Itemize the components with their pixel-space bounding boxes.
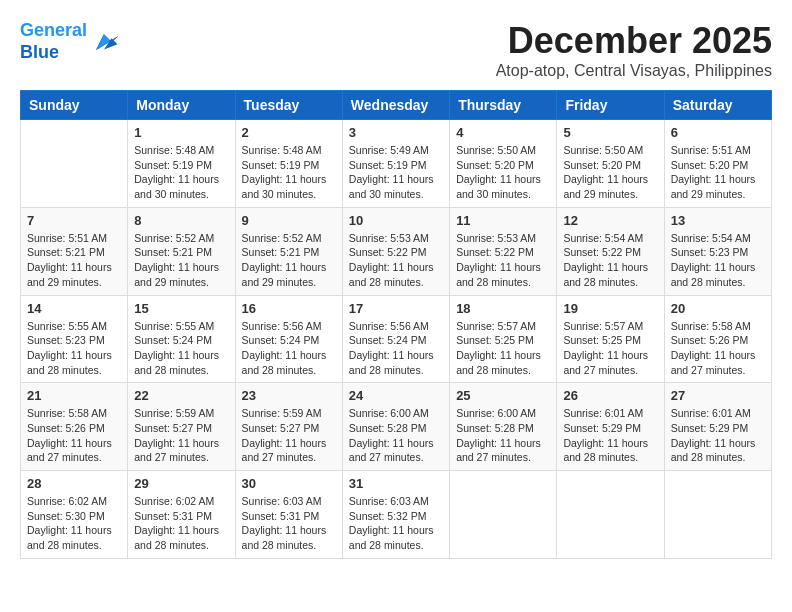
day-info: Sunrise: 5:53 AM Sunset: 5:22 PM Dayligh…	[349, 231, 443, 290]
day-number: 7	[27, 213, 121, 228]
day-number: 12	[563, 213, 657, 228]
day-number: 29	[134, 476, 228, 491]
day-info: Sunrise: 5:54 AM Sunset: 5:23 PM Dayligh…	[671, 231, 765, 290]
calendar-cell: 14Sunrise: 5:55 AM Sunset: 5:23 PM Dayli…	[21, 295, 128, 383]
day-info: Sunrise: 5:53 AM Sunset: 5:22 PM Dayligh…	[456, 231, 550, 290]
calendar-cell: 23Sunrise: 5:59 AM Sunset: 5:27 PM Dayli…	[235, 383, 342, 471]
calendar-cell: 21Sunrise: 5:58 AM Sunset: 5:26 PM Dayli…	[21, 383, 128, 471]
calendar-cell: 20Sunrise: 5:58 AM Sunset: 5:26 PM Dayli…	[664, 295, 771, 383]
day-info: Sunrise: 5:49 AM Sunset: 5:19 PM Dayligh…	[349, 143, 443, 202]
calendar-cell: 4Sunrise: 5:50 AM Sunset: 5:20 PM Daylig…	[450, 120, 557, 208]
day-number: 24	[349, 388, 443, 403]
calendar-cell: 31Sunrise: 6:03 AM Sunset: 5:32 PM Dayli…	[342, 471, 449, 559]
day-number: 14	[27, 301, 121, 316]
day-number: 21	[27, 388, 121, 403]
calendar-cell: 19Sunrise: 5:57 AM Sunset: 5:25 PM Dayli…	[557, 295, 664, 383]
calendar-cell: 12Sunrise: 5:54 AM Sunset: 5:22 PM Dayli…	[557, 207, 664, 295]
calendar-week-row: 7Sunrise: 5:51 AM Sunset: 5:21 PM Daylig…	[21, 207, 772, 295]
day-info: Sunrise: 6:02 AM Sunset: 5:31 PM Dayligh…	[134, 494, 228, 553]
day-info: Sunrise: 5:51 AM Sunset: 5:21 PM Dayligh…	[27, 231, 121, 290]
logo-text: General Blue	[20, 20, 87, 63]
day-number: 13	[671, 213, 765, 228]
calendar-cell: 2Sunrise: 5:48 AM Sunset: 5:19 PM Daylig…	[235, 120, 342, 208]
month-title: December 2025	[496, 20, 772, 62]
calendar-cell	[664, 471, 771, 559]
day-number: 20	[671, 301, 765, 316]
day-number: 17	[349, 301, 443, 316]
calendar-cell: 6Sunrise: 5:51 AM Sunset: 5:20 PM Daylig…	[664, 120, 771, 208]
calendar-cell: 24Sunrise: 6:00 AM Sunset: 5:28 PM Dayli…	[342, 383, 449, 471]
day-info: Sunrise: 6:00 AM Sunset: 5:28 PM Dayligh…	[349, 406, 443, 465]
day-number: 10	[349, 213, 443, 228]
day-info: Sunrise: 5:56 AM Sunset: 5:24 PM Dayligh…	[349, 319, 443, 378]
day-number: 15	[134, 301, 228, 316]
day-info: Sunrise: 5:57 AM Sunset: 5:25 PM Dayligh…	[456, 319, 550, 378]
day-info: Sunrise: 6:00 AM Sunset: 5:28 PM Dayligh…	[456, 406, 550, 465]
day-info: Sunrise: 5:56 AM Sunset: 5:24 PM Dayligh…	[242, 319, 336, 378]
page-header: General Blue December 2025 Atop-atop, Ce…	[20, 20, 772, 80]
calendar-cell: 27Sunrise: 6:01 AM Sunset: 5:29 PM Dayli…	[664, 383, 771, 471]
day-info: Sunrise: 5:54 AM Sunset: 5:22 PM Dayligh…	[563, 231, 657, 290]
calendar-cell: 18Sunrise: 5:57 AM Sunset: 5:25 PM Dayli…	[450, 295, 557, 383]
calendar-cell: 11Sunrise: 5:53 AM Sunset: 5:22 PM Dayli…	[450, 207, 557, 295]
day-number: 5	[563, 125, 657, 140]
calendar-cell: 26Sunrise: 6:01 AM Sunset: 5:29 PM Dayli…	[557, 383, 664, 471]
day-info: Sunrise: 5:55 AM Sunset: 5:24 PM Dayligh…	[134, 319, 228, 378]
logo-icon	[89, 27, 119, 57]
day-number: 16	[242, 301, 336, 316]
day-info: Sunrise: 6:02 AM Sunset: 5:30 PM Dayligh…	[27, 494, 121, 553]
day-number: 18	[456, 301, 550, 316]
column-header-monday: Monday	[128, 91, 235, 120]
location-title: Atop-atop, Central Visayas, Philippines	[496, 62, 772, 80]
calendar-cell: 25Sunrise: 6:00 AM Sunset: 5:28 PM Dayli…	[450, 383, 557, 471]
calendar-week-row: 14Sunrise: 5:55 AM Sunset: 5:23 PM Dayli…	[21, 295, 772, 383]
day-number: 2	[242, 125, 336, 140]
calendar-cell: 13Sunrise: 5:54 AM Sunset: 5:23 PM Dayli…	[664, 207, 771, 295]
day-info: Sunrise: 5:48 AM Sunset: 5:19 PM Dayligh…	[242, 143, 336, 202]
day-info: Sunrise: 5:52 AM Sunset: 5:21 PM Dayligh…	[242, 231, 336, 290]
day-info: Sunrise: 5:58 AM Sunset: 5:26 PM Dayligh…	[27, 406, 121, 465]
column-header-friday: Friday	[557, 91, 664, 120]
calendar-cell: 10Sunrise: 5:53 AM Sunset: 5:22 PM Dayli…	[342, 207, 449, 295]
day-info: Sunrise: 5:57 AM Sunset: 5:25 PM Dayligh…	[563, 319, 657, 378]
calendar-cell: 29Sunrise: 6:02 AM Sunset: 5:31 PM Dayli…	[128, 471, 235, 559]
day-number: 30	[242, 476, 336, 491]
calendar-week-row: 21Sunrise: 5:58 AM Sunset: 5:26 PM Dayli…	[21, 383, 772, 471]
day-info: Sunrise: 5:50 AM Sunset: 5:20 PM Dayligh…	[456, 143, 550, 202]
calendar-cell: 22Sunrise: 5:59 AM Sunset: 5:27 PM Dayli…	[128, 383, 235, 471]
day-number: 27	[671, 388, 765, 403]
day-number: 1	[134, 125, 228, 140]
calendar-cell	[450, 471, 557, 559]
day-info: Sunrise: 5:51 AM Sunset: 5:20 PM Dayligh…	[671, 143, 765, 202]
day-info: Sunrise: 5:48 AM Sunset: 5:19 PM Dayligh…	[134, 143, 228, 202]
day-number: 25	[456, 388, 550, 403]
title-section: December 2025 Atop-atop, Central Visayas…	[496, 20, 772, 80]
calendar-table: SundayMondayTuesdayWednesdayThursdayFrid…	[20, 90, 772, 559]
calendar-cell: 16Sunrise: 5:56 AM Sunset: 5:24 PM Dayli…	[235, 295, 342, 383]
column-header-wednesday: Wednesday	[342, 91, 449, 120]
calendar-cell: 3Sunrise: 5:49 AM Sunset: 5:19 PM Daylig…	[342, 120, 449, 208]
day-number: 9	[242, 213, 336, 228]
day-info: Sunrise: 6:03 AM Sunset: 5:31 PM Dayligh…	[242, 494, 336, 553]
day-info: Sunrise: 6:01 AM Sunset: 5:29 PM Dayligh…	[563, 406, 657, 465]
calendar-cell: 17Sunrise: 5:56 AM Sunset: 5:24 PM Dayli…	[342, 295, 449, 383]
day-info: Sunrise: 5:58 AM Sunset: 5:26 PM Dayligh…	[671, 319, 765, 378]
day-number: 26	[563, 388, 657, 403]
calendar-week-row: 1Sunrise: 5:48 AM Sunset: 5:19 PM Daylig…	[21, 120, 772, 208]
day-number: 23	[242, 388, 336, 403]
calendar-cell: 1Sunrise: 5:48 AM Sunset: 5:19 PM Daylig…	[128, 120, 235, 208]
day-info: Sunrise: 5:52 AM Sunset: 5:21 PM Dayligh…	[134, 231, 228, 290]
column-header-saturday: Saturday	[664, 91, 771, 120]
column-header-sunday: Sunday	[21, 91, 128, 120]
calendar-header-row: SundayMondayTuesdayWednesdayThursdayFrid…	[21, 91, 772, 120]
day-number: 19	[563, 301, 657, 316]
calendar-cell	[21, 120, 128, 208]
day-number: 31	[349, 476, 443, 491]
column-header-tuesday: Tuesday	[235, 91, 342, 120]
day-number: 8	[134, 213, 228, 228]
day-number: 6	[671, 125, 765, 140]
day-info: Sunrise: 5:50 AM Sunset: 5:20 PM Dayligh…	[563, 143, 657, 202]
calendar-cell: 5Sunrise: 5:50 AM Sunset: 5:20 PM Daylig…	[557, 120, 664, 208]
calendar-cell	[557, 471, 664, 559]
day-info: Sunrise: 6:01 AM Sunset: 5:29 PM Dayligh…	[671, 406, 765, 465]
